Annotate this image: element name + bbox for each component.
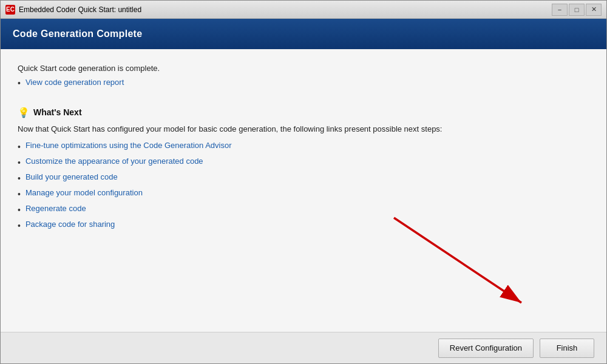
footer: Revert Configuration Finish (1, 332, 606, 363)
next-step-link-4[interactable]: Regenerate code (25, 204, 86, 213)
close-button[interactable]: ✕ (586, 4, 602, 16)
completion-text: Quick Start code generation is complete. (18, 64, 589, 73)
list-item: Regenerate code (18, 204, 589, 217)
maximize-button[interactable]: □ (569, 4, 585, 16)
header-bar: Code Generation Complete (1, 19, 606, 49)
next-step-link-1[interactable]: Customize the appearance of your generat… (25, 157, 203, 166)
view-report-item: View code generation report (18, 78, 589, 90)
next-steps-list: Fine-tune optimizations using the Code G… (18, 141, 589, 232)
list-item: Customize the appearance of your generat… (18, 157, 589, 169)
app-icon: EC (5, 5, 15, 15)
window-controls: − □ ✕ (552, 4, 602, 16)
title-bar: EC Embedded Coder Quick Start: untitled … (1, 1, 606, 19)
list-item: Package code for sharing (18, 220, 589, 232)
minimize-button[interactable]: − (552, 4, 568, 16)
window-title: Embedded Coder Quick Start: untitled (19, 5, 552, 14)
content-area: Quick Start code generation is complete.… (1, 49, 606, 332)
next-step-link-5[interactable]: Package code for sharing (25, 220, 115, 229)
main-window: EC Embedded Coder Quick Start: untitled … (0, 0, 607, 364)
what-next-title: 💡 What's Next (18, 107, 589, 118)
finish-button[interactable]: Finish (540, 339, 594, 358)
what-next-label: What's Next (33, 107, 82, 117)
lightbulb-icon: 💡 (18, 107, 30, 118)
list-item: Manage your model configuration (18, 188, 589, 201)
next-step-link-2[interactable]: Build your generated code (25, 172, 118, 181)
what-next-description: Now that Quick Start has configured your… (18, 123, 589, 135)
view-report-link[interactable]: View code generation report (25, 78, 124, 87)
page-title: Code Generation Complete (13, 29, 594, 39)
list-item: Fine-tune optimizations using the Code G… (18, 141, 589, 153)
revert-configuration-button[interactable]: Revert Configuration (438, 339, 534, 358)
next-step-link-0[interactable]: Fine-tune optimizations using the Code G… (25, 141, 232, 150)
list-item: Build your generated code (18, 172, 589, 185)
what-next-section: 💡 What's Next Now that Quick Start has c… (18, 107, 589, 233)
next-step-link-3[interactable]: Manage your model configuration (25, 188, 143, 197)
